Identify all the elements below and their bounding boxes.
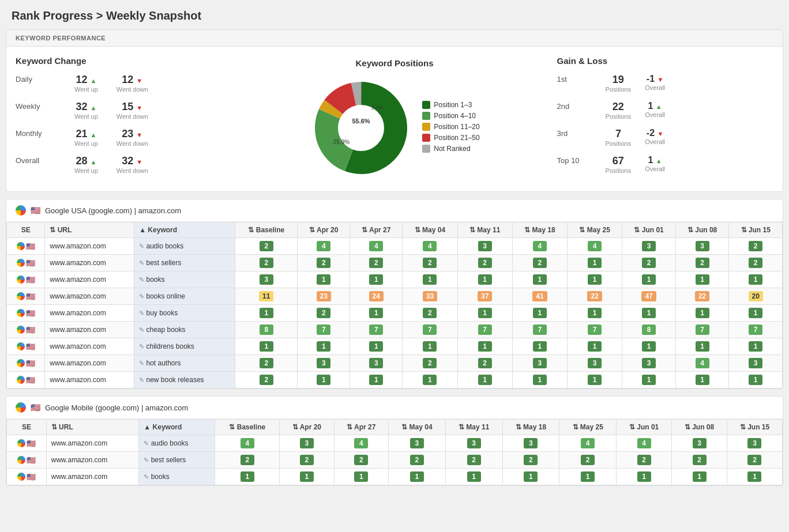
kp-daily-down: 12 ▼ Went down [117, 74, 148, 93]
gl-2nd-row: 2nd 22 Positions 1 ▲ Overall [557, 101, 773, 120]
cell-value: 1 [298, 271, 350, 288]
gain-loss-title: Gain & Loss [557, 56, 773, 66]
table-header-row: SE ⇅ URL ▲ Keyword ⇅ Baseline ⇅ Apr 20 ⇅… [7, 222, 783, 238]
table-row: 🇺🇸 www.amazon.com✎ cheap books8777777877 [7, 322, 783, 338]
cell-value: 2 [389, 452, 446, 469]
col-may04[interactable]: ⇅ May 04 [403, 222, 457, 238]
svg-text:3.7%: 3.7% [371, 105, 384, 111]
mob-col-apr27[interactable]: ⇅ Apr 27 [334, 420, 388, 435]
flag-usa: 🇺🇸 [31, 206, 40, 215]
google-usa-label: Google USA (google.com) | amazon.com [45, 206, 181, 215]
kp-monthly-down: 23 ▼ Went down [117, 128, 148, 147]
col-may25[interactable]: ⇅ May 25 [568, 222, 622, 238]
col-jun08[interactable]: ⇅ Jun 08 [675, 222, 729, 238]
cell-url: www.amazon.com [46, 452, 139, 469]
cell-value: 2 [727, 452, 782, 469]
mob-col-url[interactable]: ⇅ URL [46, 420, 139, 435]
cell-keyword: ✎ best sellers [139, 452, 215, 469]
gl-2nd-overall: 1 ▲ Overall [645, 101, 665, 118]
mob-col-may11[interactable]: ⇅ May 11 [445, 420, 502, 435]
cell-se: 🇺🇸 [7, 238, 45, 255]
cell-value: 47 [622, 288, 676, 305]
cell-value: 1 [350, 338, 403, 355]
mob-col-keyword[interactable]: ▲ Keyword [139, 420, 215, 435]
mob-col-may04[interactable]: ⇅ May 04 [389, 420, 446, 435]
col-apr20[interactable]: ⇅ Apr 20 [298, 222, 350, 238]
cell-value: 2 [235, 355, 298, 372]
cell-value: 2 [215, 452, 280, 469]
col-may11[interactable]: ⇅ May 11 [457, 222, 512, 238]
mob-col-jun01[interactable]: ⇅ Jun 01 [617, 420, 672, 435]
cell-value: 3 [350, 355, 403, 372]
gl-top10-overall: 1 ▲ Overall [645, 155, 665, 172]
kp-weekly-down: 15 ▼ Went down [117, 101, 148, 120]
table-row: 🇺🇸 www.amazon.com✎ best sellers222222222… [7, 452, 783, 469]
mob-col-apr20[interactable]: ⇅ Apr 20 [280, 420, 334, 435]
mob-col-may18[interactable]: ⇅ May 18 [502, 420, 559, 435]
table-row: 🇺🇸 www.amazon.com✎ hot authors2332233343 [7, 355, 783, 372]
cell-value: 1 [334, 469, 388, 485]
cell-keyword: ✎ hot authors [134, 355, 235, 372]
cell-value: 4 [617, 435, 672, 452]
cell-value: 1 [622, 271, 676, 288]
google-mobile-icon [16, 402, 26, 413]
gl-2nd-positions: 22 Positions [606, 101, 632, 120]
gl-2nd-label: 2nd [557, 101, 592, 111]
cell-value: 2 [729, 238, 783, 255]
col-se[interactable]: SE [7, 222, 45, 238]
cell-value: 3 [729, 355, 783, 372]
mob-col-may25[interactable]: ⇅ May 25 [559, 420, 617, 435]
gl-top10-row: Top 10 67 Positions 1 ▲ Overall [557, 155, 773, 174]
cell-value: 1 [568, 305, 622, 322]
chart-legend: Position 1–3 Position 4–10 Position 11–2… [422, 101, 479, 156]
legend-pos11-20: Position 11–20 [422, 123, 479, 131]
cell-value: 1 [350, 372, 403, 388]
cell-se: 🇺🇸 [7, 255, 45, 271]
cell-url: www.amazon.com [46, 435, 139, 452]
cell-value: 1 [457, 305, 512, 322]
col-may18[interactable]: ⇅ May 18 [512, 222, 567, 238]
cell-value: 4 [334, 435, 388, 452]
gl-1st-overall: -1 ▼ Overall [645, 74, 665, 91]
cell-se: 🇺🇸 [7, 305, 45, 322]
cell-value: 1 [457, 372, 512, 388]
cell-value: 1 [445, 469, 502, 485]
mob-col-baseline[interactable]: ⇅ Baseline [215, 420, 280, 435]
cell-value: 3 [675, 238, 729, 255]
col-keyword[interactable]: ▲ Keyword [134, 222, 235, 238]
cell-value: 2 [298, 255, 350, 271]
mob-col-se[interactable]: SE [7, 420, 47, 435]
cell-value: 1 [729, 372, 783, 388]
cell-value: 3 [280, 435, 334, 452]
cell-value: 1 [350, 271, 403, 288]
svg-text:11.1%: 11.1% [366, 134, 381, 139]
cell-value: 3 [298, 355, 350, 372]
cell-url: www.amazon.com [46, 469, 139, 485]
cell-value: 3 [389, 435, 446, 452]
cell-keyword: ✎ childrens books [134, 338, 235, 355]
col-jun15[interactable]: ⇅ Jun 15 [729, 222, 783, 238]
cell-value: 7 [729, 322, 783, 338]
kp-overall-label: Overall [16, 155, 56, 165]
cell-value: 2 [403, 255, 457, 271]
col-url[interactable]: ⇅ URL [45, 222, 134, 238]
col-baseline[interactable]: ⇅ Baseline [235, 222, 298, 238]
cell-value: 41 [512, 288, 567, 305]
cell-keyword: ✎ best sellers [134, 255, 235, 271]
gl-3rd-overall: -2 ▼ Overall [645, 128, 665, 145]
col-jun01[interactable]: ⇅ Jun 01 [622, 222, 676, 238]
mob-col-jun15[interactable]: ⇅ Jun 15 [727, 420, 782, 435]
cell-value: 4 [559, 435, 617, 452]
mob-col-jun08[interactable]: ⇅ Jun 08 [672, 420, 727, 435]
cell-se: 🇺🇸 [7, 322, 45, 338]
kp-overall-row: Overall 28 ▲ Went up 32 ▼ Went down [16, 155, 232, 174]
table-row: 🇺🇸 www.amazon.com✎ new book releases2111… [7, 372, 783, 388]
cell-se: 🇺🇸 [7, 435, 47, 452]
cell-value: 3 [445, 435, 502, 452]
cell-value: 2 [235, 372, 298, 388]
cell-keyword: ✎ books [139, 469, 215, 485]
cell-value: 3 [457, 238, 512, 255]
col-apr27[interactable]: ⇅ Apr 27 [350, 222, 403, 238]
cell-value: 1 [617, 469, 672, 485]
cell-value: 8 [622, 322, 676, 338]
